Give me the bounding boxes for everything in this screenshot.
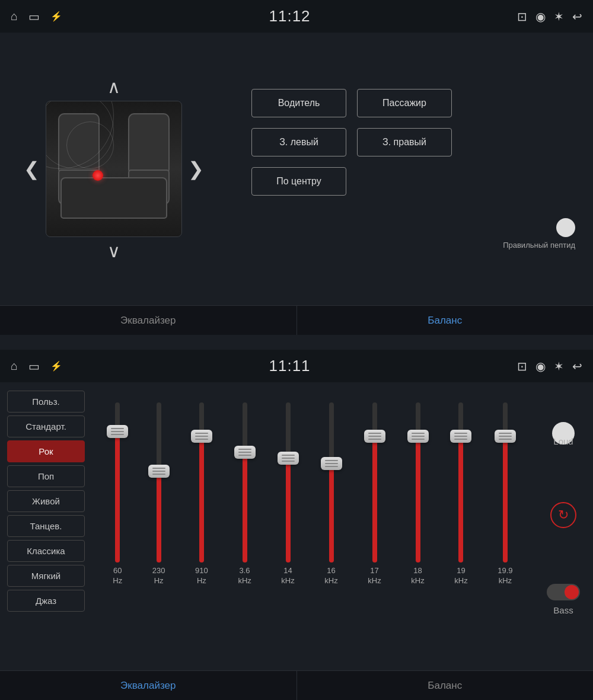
driver-button[interactable]: Водитель — [251, 89, 346, 117]
preset-btn-3[interactable]: Поп — [7, 465, 85, 487]
bottom-screen-icon[interactable]: ▭ — [28, 359, 40, 373]
toggle-button[interactable] — [556, 218, 575, 237]
center-button[interactable]: По центру — [251, 167, 346, 196]
slider-thumb-9[interactable] — [495, 430, 516, 443]
slider-thumb-3[interactable] — [234, 446, 256, 459]
thumb-line-2 — [195, 436, 208, 437]
bluetooth-icon[interactable]: ✶ — [554, 9, 564, 24]
thumb-line-2 — [152, 471, 165, 472]
top-status-bar: ⌂ ▭ ⚡ 11:12 ⊡ ◉ ✶ ↩ — [0, 0, 593, 33]
freq-label-9: 19.9kHz — [498, 566, 512, 586]
tab-balance[interactable]: Баланс — [297, 306, 594, 335]
thumb-line-1 — [111, 428, 124, 429]
tab-equalizer[interactable]: Эквалайзер — [0, 306, 297, 335]
bottom-tab-equalizer[interactable]: Эквалайзер — [0, 671, 297, 700]
eq-presets-sidebar: Польз.Стандарт.РокПопЖивойТанцев.Классик… — [0, 382, 92, 655]
slider-thumb-0[interactable] — [107, 425, 128, 438]
sliders-container: 60Hz 230Hz 910Hz — [98, 391, 528, 592]
location-icon[interactable]: ◉ — [535, 9, 546, 24]
thumb-line-1 — [238, 449, 251, 450]
preset-btn-7[interactable]: Мягкий — [7, 565, 85, 587]
rear-right-button[interactable]: З. правый — [357, 128, 452, 156]
bottom-tab-balance[interactable]: Баланс — [297, 671, 594, 700]
status-bar-right-icons: ⊡ ◉ ✶ ↩ — [517, 9, 582, 24]
freq-label-1: 230Hz — [152, 566, 165, 586]
right-arrow[interactable]: ❯ — [182, 152, 210, 186]
thumb-line-2 — [282, 458, 295, 459]
slider-col-5: 16kHz — [324, 391, 337, 586]
preset-btn-1[interactable]: Стандарт. — [7, 415, 85, 437]
top-time: 11:12 — [269, 7, 311, 25]
slider-thumb-2[interactable] — [191, 430, 212, 443]
screen-icon[interactable]: ▭ — [28, 9, 40, 24]
seat-map-image[interactable] — [46, 101, 182, 237]
bottom-cast-icon[interactable]: ⊡ — [517, 359, 527, 373]
slider-track-4[interactable] — [286, 402, 291, 562]
slider-track-3[interactable] — [243, 402, 247, 562]
toggle-label: Правильный пептид — [503, 241, 575, 250]
bottom-usb-icon[interactable]: ⚡ — [50, 360, 62, 372]
seat-map-area: ∧ ❮ — [18, 44, 210, 293]
bottom-status-bar: ⌂ ▭ ⚡ 11:11 ⊡ ◉ ✶ ↩ — [0, 350, 593, 382]
slider-track-1[interactable] — [157, 402, 161, 562]
passenger-button[interactable]: Пассажир — [357, 89, 452, 117]
freq-label-0: 60Hz — [113, 566, 122, 586]
bottom-bluetooth-icon[interactable]: ✶ — [554, 359, 564, 373]
thumb-line-3 — [412, 439, 425, 440]
down-arrow[interactable]: ∨ — [107, 237, 120, 265]
eq-content: Польз.Стандарт.РокПопЖивойТанцев.Классик… — [0, 382, 593, 655]
speaker-row-rear: З. левый З. правый — [251, 128, 575, 156]
bottom-home-icon[interactable]: ⌂ — [11, 359, 18, 373]
preset-btn-6[interactable]: Классика — [7, 540, 85, 562]
slider-col-1: 230Hz — [152, 391, 165, 586]
back-icon[interactable]: ↩ — [572, 9, 582, 24]
freq-label-2: 910Hz — [195, 566, 208, 586]
thumb-line-2 — [499, 436, 512, 437]
home-icon[interactable]: ⌂ — [11, 9, 18, 23]
preset-btn-2[interactable]: Рок — [7, 440, 85, 462]
slider-track-9[interactable] — [503, 402, 508, 562]
slider-col-8: 19kHz — [454, 391, 467, 586]
slider-track-8[interactable] — [458, 402, 463, 562]
slider-thumb-6[interactable] — [364, 430, 385, 443]
preset-btn-8[interactable]: Джаз — [7, 590, 85, 612]
freq-label-8: 19kHz — [454, 566, 467, 586]
slider-fill-9 — [503, 431, 508, 562]
slider-thumb-8[interactable] — [450, 430, 471, 443]
up-arrow[interactable]: ∧ — [107, 73, 120, 101]
slider-thumb-1[interactable] — [148, 465, 170, 478]
bass-switch[interactable] — [547, 584, 580, 600]
slider-thumb-5[interactable] — [321, 457, 342, 470]
seat-illustration — [46, 101, 181, 236]
preset-btn-5[interactable]: Танцев. — [7, 515, 85, 537]
slider-col-9: 19.9kHz — [498, 391, 512, 586]
status-bar-left-icons: ⌂ ▭ ⚡ — [11, 9, 62, 24]
slider-thumb-4[interactable] — [278, 452, 299, 465]
rear-left-button[interactable]: З. левый — [251, 128, 346, 156]
loud-label: Loud — [553, 436, 573, 446]
slider-track-6[interactable] — [372, 402, 377, 562]
thumb-line-3 — [238, 455, 251, 456]
slider-track-2[interactable] — [199, 402, 204, 562]
bottom-location-icon[interactable]: ◉ — [535, 359, 546, 373]
thumb-line-3 — [282, 461, 295, 462]
slider-track-7[interactable] — [416, 402, 420, 562]
bottom-back-icon[interactable]: ↩ — [572, 359, 582, 373]
thumb-line-1 — [152, 468, 165, 469]
bottom-status-left: ⌂ ▭ ⚡ — [11, 359, 62, 373]
slider-fill-7 — [416, 431, 420, 562]
cast-icon[interactable]: ⊡ — [517, 9, 527, 24]
preset-btn-0[interactable]: Польз. — [7, 391, 85, 413]
thumb-line-3 — [368, 439, 381, 440]
left-arrow[interactable]: ❮ — [18, 152, 46, 186]
thumb-line-3 — [111, 434, 124, 435]
slider-col-2: 910Hz — [195, 391, 208, 586]
slider-track-5[interactable] — [329, 402, 334, 562]
preset-btn-4[interactable]: Живой — [7, 490, 85, 512]
usb-icon[interactable]: ⚡ — [50, 11, 62, 22]
balance-content: ∧ ❮ — [0, 33, 593, 305]
slider-track-0[interactable] — [115, 402, 120, 562]
reset-button[interactable]: ↻ — [550, 502, 576, 528]
thumb-line-3 — [325, 466, 338, 467]
slider-thumb-7[interactable] — [407, 430, 429, 443]
